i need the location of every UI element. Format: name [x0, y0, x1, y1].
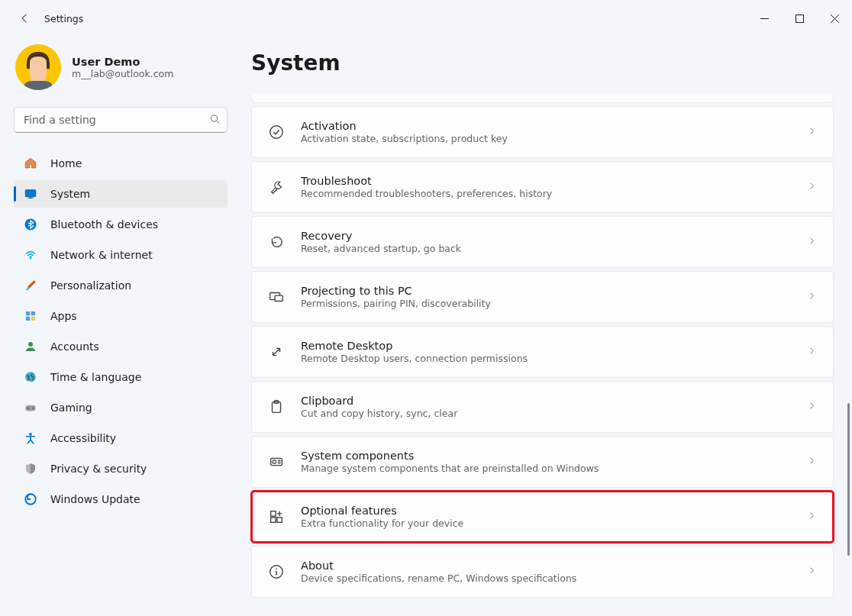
clipboard-icon — [267, 398, 286, 416]
profile-name: User Demo — [72, 56, 173, 68]
info-icon — [267, 563, 286, 581]
nav-item-label: Time & language — [50, 371, 141, 383]
card-activation[interactable]: Activation Activation state, subscriptio… — [251, 106, 834, 158]
nav-item-label: Bluetooth & devices — [50, 218, 158, 231]
card-title: About — [301, 560, 806, 572]
update-icon — [23, 492, 38, 507]
nav-item-label: Network & internet — [50, 249, 153, 261]
chevron-right-icon — [806, 565, 818, 579]
card-title: Optional features — [301, 505, 806, 517]
nav-item-home[interactable]: Home — [14, 150, 228, 177]
app-title: Settings — [44, 13, 83, 24]
bluetooth-icon — [23, 217, 38, 232]
card-recovery[interactable]: Recovery Reset, advanced startup, go bac… — [251, 216, 834, 268]
card-title: System components — [301, 450, 806, 462]
card-remote[interactable]: Remote Desktop Remote Desktop users, con… — [251, 326, 834, 378]
nav-item-gaming[interactable]: Gaming — [14, 394, 228, 421]
sidebar: User Demo m__lab@outlook.com HomeSystemB… — [0, 37, 233, 616]
card-title: Remote Desktop — [301, 340, 806, 352]
card-title: Recovery — [301, 230, 806, 242]
nav-item-privacy[interactable]: Privacy & security — [14, 455, 228, 482]
card-about[interactable]: About Device specifications, rename PC, … — [251, 546, 834, 598]
chevron-right-icon — [806, 235, 818, 250]
nav-item-accounts[interactable]: Accounts — [14, 333, 228, 360]
card-desc: Cut and copy history, sync, clear — [301, 408, 806, 419]
close-button[interactable] — [817, 0, 852, 37]
brush-icon — [23, 278, 38, 293]
nav-item-label: System — [50, 188, 90, 200]
nav-item-time[interactable]: Time & language — [14, 363, 228, 391]
chevron-right-icon — [806, 455, 818, 469]
check-circle-icon — [267, 123, 286, 141]
recovery-icon — [267, 233, 286, 251]
card-clipboard[interactable]: Clipboard Cut and copy history, sync, cl… — [251, 381, 834, 433]
nav-item-label: Gaming — [50, 402, 92, 414]
accessibility-icon — [23, 431, 38, 446]
optional-icon — [267, 508, 286, 526]
card-desc: Extra functionality for your device — [301, 518, 806, 529]
card-desc: Reset, advanced startup, go back — [301, 243, 806, 254]
chevron-right-icon — [806, 180, 818, 195]
back-button[interactable] — [14, 7, 37, 30]
nav-item-accessibility[interactable]: Accessibility — [14, 424, 228, 452]
nav-item-label: Home — [50, 157, 82, 169]
profile-email: m__lab@outlook.com — [72, 68, 173, 79]
apps-icon — [23, 308, 38, 324]
maximize-button[interactable] — [782, 0, 817, 37]
nav-item-network[interactable]: Network & internet — [14, 241, 228, 269]
search-input[interactable] — [14, 107, 228, 133]
window-controls — [747, 0, 852, 37]
nav-item-personalization[interactable]: Personalization — [14, 272, 228, 299]
title-bar: Settings — [0, 0, 852, 37]
components-icon — [267, 453, 286, 471]
remote-icon — [267, 343, 286, 361]
card-desc: Recommended troubleshooters, preferences… — [301, 188, 806, 199]
card-components[interactable]: System components Manage system componen… — [251, 436, 834, 488]
card-title: Troubleshoot — [301, 175, 806, 187]
card-projecting[interactable]: Projecting to this PC Permissions, pairi… — [251, 271, 834, 323]
svg-rect-29 — [796, 15, 803, 22]
card-desc: Remote Desktop users, connection permiss… — [301, 353, 806, 364]
page-title: System — [251, 50, 834, 76]
card-optional[interactable]: Optional features Extra functionality fo… — [251, 491, 834, 543]
card-desc: Activation state, subscriptions, product… — [301, 133, 806, 144]
nav-item-label: Apps — [50, 310, 77, 322]
chevron-right-icon — [806, 510, 818, 524]
nav-item-bluetooth[interactable]: Bluetooth & devices — [14, 211, 228, 238]
nav-item-label: Accounts — [50, 340, 99, 353]
scrollbar-thumb[interactable] — [847, 403, 850, 556]
chevron-right-icon — [806, 125, 818, 140]
card-troubleshoot[interactable]: Troubleshoot Recommended troubleshooters… — [251, 161, 834, 213]
nav-item-system[interactable]: System — [14, 180, 228, 208]
chevron-right-icon — [806, 400, 818, 414]
previous-card-edge — [251, 94, 834, 103]
card-title: Projecting to this PC — [301, 285, 806, 297]
nav-item-label: Privacy & security — [50, 463, 147, 475]
search-wrap — [14, 107, 228, 133]
nav-item-label: Windows Update — [50, 493, 140, 505]
shield-icon — [23, 461, 38, 476]
person-icon — [23, 339, 38, 354]
nav: HomeSystemBluetooth & devicesNetwork & i… — [14, 150, 228, 513]
wrench-icon — [267, 178, 286, 196]
card-desc: Manage system components that are preins… — [301, 463, 806, 474]
card-desc: Device specifications, rename PC, Window… — [301, 572, 806, 584]
main-content: System Activation Activation state, subs… — [233, 37, 852, 616]
minimize-button[interactable] — [747, 0, 782, 37]
chevron-right-icon — [806, 345, 818, 360]
search-icon — [208, 113, 220, 127]
avatar — [15, 44, 61, 90]
wifi-icon — [23, 247, 38, 263]
project-icon — [267, 288, 286, 306]
card-title: Activation — [301, 120, 806, 132]
chevron-right-icon — [806, 290, 818, 305]
nav-item-label: Accessibility — [50, 432, 116, 444]
home-icon — [23, 156, 38, 171]
nav-item-apps[interactable]: Apps — [14, 302, 228, 330]
gamepad-icon — [23, 400, 38, 415]
nav-item-update[interactable]: Windows Update — [14, 485, 228, 513]
globe-icon — [23, 369, 38, 385]
card-title: Clipboard — [301, 395, 806, 407]
profile-block[interactable]: User Demo m__lab@outlook.com — [14, 44, 225, 90]
nav-item-label: Personalization — [50, 279, 131, 292]
